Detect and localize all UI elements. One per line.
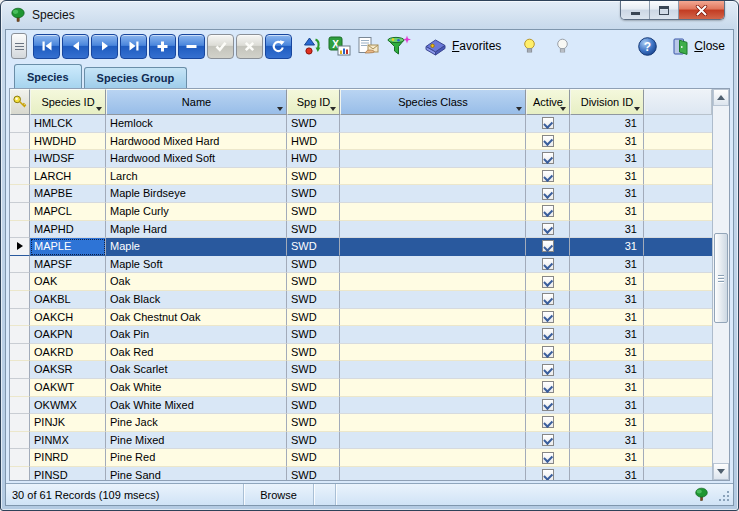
cell-spg-id[interactable]: SWD: [287, 115, 340, 133]
cell-species-id[interactable]: MAPHD: [30, 221, 106, 239]
cell-spg-id[interactable]: SWD: [287, 326, 340, 344]
cell-name[interactable]: Oak Chestnut Oak: [106, 309, 287, 327]
cell-species-id[interactable]: HWDSF: [30, 150, 106, 168]
cell-spg-id[interactable]: SWD: [287, 397, 340, 415]
row-indicator[interactable]: [10, 185, 30, 203]
header-name[interactable]: Name: [106, 89, 287, 115]
row-indicator[interactable]: [10, 150, 30, 168]
cell-name[interactable]: Oak Black: [106, 291, 287, 309]
cell-name[interactable]: Pine Mixed: [106, 432, 287, 450]
cell-spg-id[interactable]: SWD: [287, 309, 340, 327]
cell-filler[interactable]: [644, 273, 712, 291]
header-division-id[interactable]: Division ID: [570, 89, 644, 115]
cell-active[interactable]: [526, 432, 570, 450]
active-checkbox[interactable]: [542, 381, 554, 393]
cell-species-class[interactable]: [340, 291, 526, 309]
cell-spg-id[interactable]: SWD: [287, 361, 340, 379]
active-checkbox[interactable]: [542, 205, 554, 217]
grid-row-hmlck[interactable]: HMLCKHemlockSWD31: [10, 115, 712, 133]
cell-division-id[interactable]: 31: [570, 221, 644, 239]
header-species-id[interactable]: Species ID: [30, 89, 106, 115]
active-checkbox[interactable]: [542, 364, 554, 376]
column-dropdown-icon[interactable]: [560, 107, 566, 111]
cell-filler[interactable]: [644, 449, 712, 467]
grid-row-larch[interactable]: LARCHLarchSWD31: [10, 168, 712, 186]
grid-row-oak[interactable]: OAKOakSWD31: [10, 273, 712, 291]
sort-icon[interactable]: [302, 36, 322, 56]
cell-species-class[interactable]: [340, 361, 526, 379]
cell-name[interactable]: Pine Jack: [106, 414, 287, 432]
cell-active[interactable]: [526, 133, 570, 151]
cell-division-id[interactable]: 31: [570, 203, 644, 221]
active-checkbox[interactable]: [542, 293, 554, 305]
cell-species-id[interactable]: OAKRD: [30, 344, 106, 362]
cell-spg-id[interactable]: SWD: [287, 256, 340, 274]
cell-filler[interactable]: [644, 150, 712, 168]
first-record-button[interactable]: [33, 34, 60, 59]
cell-species-class[interactable]: [340, 273, 526, 291]
delete-record-button[interactable]: [178, 34, 205, 59]
active-checkbox[interactable]: [542, 469, 554, 480]
active-checkbox[interactable]: [542, 223, 554, 235]
cell-active[interactable]: [526, 203, 570, 221]
cell-active[interactable]: [526, 361, 570, 379]
cell-spg-id[interactable]: SWD: [287, 221, 340, 239]
cell-spg-id[interactable]: HWD: [287, 150, 340, 168]
cancel-edit-button[interactable]: [236, 34, 263, 59]
cell-species-class[interactable]: [340, 203, 526, 221]
active-checkbox[interactable]: [542, 399, 554, 411]
resize-grip[interactable]: [719, 491, 730, 502]
prior-record-button[interactable]: [62, 34, 89, 59]
cell-species-class[interactable]: [340, 432, 526, 450]
cell-division-id[interactable]: 31: [570, 273, 644, 291]
row-indicator[interactable]: [10, 133, 30, 151]
cell-name[interactable]: Oak Pin: [106, 326, 287, 344]
favorites-button[interactable]: Favorites: [423, 37, 501, 56]
grid-row-pinrd[interactable]: PINRDPine RedSWD31: [10, 449, 712, 467]
cell-division-id[interactable]: 31: [570, 309, 644, 327]
cell-spg-id[interactable]: SWD: [287, 203, 340, 221]
cell-species-class[interactable]: [340, 133, 526, 151]
cell-division-id[interactable]: 31: [570, 256, 644, 274]
active-checkbox[interactable]: [542, 188, 554, 200]
header-spg-id[interactable]: Spg ID: [287, 89, 340, 115]
cell-species-id[interactable]: PINRD: [30, 449, 106, 467]
cell-species-class[interactable]: [340, 185, 526, 203]
cell-active[interactable]: [526, 326, 570, 344]
cell-filler[interactable]: [644, 221, 712, 239]
header-active[interactable]: Active: [526, 89, 570, 115]
toolbar-handle-icon[interactable]: [11, 33, 27, 59]
cell-filler[interactable]: [644, 133, 712, 151]
cell-species-class[interactable]: [340, 238, 526, 256]
grid-row-mapsf[interactable]: MAPSFMaple SoftSWD31: [10, 256, 712, 274]
cell-species-class[interactable]: [340, 115, 526, 133]
cell-division-id[interactable]: 31: [570, 185, 644, 203]
insert-record-button[interactable]: [149, 34, 176, 59]
grid-row-pinjk[interactable]: PINJKPine JackSWD31: [10, 414, 712, 432]
cell-name[interactable]: Maple Hard: [106, 221, 287, 239]
cell-active[interactable]: [526, 168, 570, 186]
lightbulb-on-icon[interactable]: [523, 38, 536, 55]
grid-row-maple[interactable]: MAPLEMapleSWD31: [10, 238, 712, 256]
post-edit-button[interactable]: [207, 34, 234, 59]
minimize-button[interactable]: [621, 1, 650, 19]
maximize-button[interactable]: [650, 1, 679, 19]
grid-row-mapcl[interactable]: MAPCLMaple CurlySWD31: [10, 203, 712, 221]
row-indicator[interactable]: [10, 432, 30, 450]
active-checkbox[interactable]: [542, 346, 554, 358]
refresh-button[interactable]: [265, 34, 292, 59]
cell-species-id[interactable]: MAPSF: [30, 256, 106, 274]
column-dropdown-icon[interactable]: [330, 107, 336, 111]
cell-species-id[interactable]: OAKBL: [30, 291, 106, 309]
cell-spg-id[interactable]: SWD: [287, 449, 340, 467]
last-record-button[interactable]: [120, 34, 147, 59]
tab-species-group[interactable]: Species Group: [84, 67, 188, 88]
cell-species-id[interactable]: PINMX: [30, 432, 106, 450]
cell-division-id[interactable]: 31: [570, 150, 644, 168]
cell-division-id[interactable]: 31: [570, 291, 644, 309]
cell-species-id[interactable]: PINJK: [30, 414, 106, 432]
cell-species-class[interactable]: [340, 221, 526, 239]
row-indicator[interactable]: [10, 291, 30, 309]
row-indicator[interactable]: [10, 203, 30, 221]
cell-division-id[interactable]: 31: [570, 449, 644, 467]
